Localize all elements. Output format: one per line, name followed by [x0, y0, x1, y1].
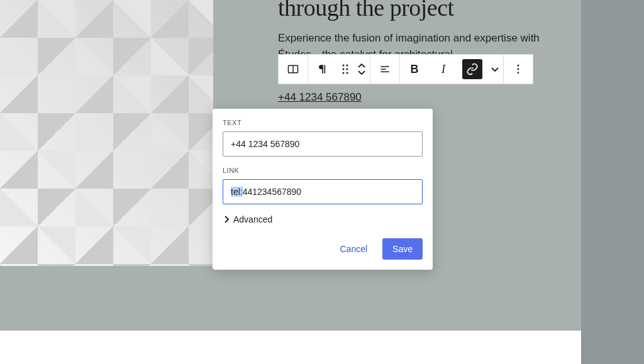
- link-input[interactable]: tel:441234567890: [223, 179, 423, 204]
- link-popover: TEXT LINK tel:441234567890 Advanced Canc…: [213, 109, 433, 270]
- svg-point-3: [347, 65, 348, 67]
- advanced-toggle[interactable]: Advanced: [224, 214, 423, 224]
- save-button[interactable]: Save: [382, 238, 423, 260]
- italic-button[interactable]: I: [429, 55, 458, 84]
- link-input-rest: 441234567890: [243, 187, 301, 197]
- chevron-down-icon: [491, 67, 499, 72]
- block-toolbar: B I: [278, 54, 533, 84]
- page-white-bottom: [0, 331, 581, 364]
- hero-image: [0, 0, 213, 266]
- advanced-label: Advanced: [233, 214, 272, 224]
- svg-point-5: [347, 69, 348, 70]
- svg-point-12: [518, 69, 519, 70]
- svg-point-4: [343, 69, 345, 70]
- svg-point-11: [518, 65, 519, 67]
- more-options-button[interactable]: [504, 55, 533, 84]
- svg-point-7: [347, 72, 348, 74]
- chevron-right-icon: [224, 216, 230, 223]
- italic-icon: I: [441, 63, 445, 76]
- phone-link[interactable]: +44 1234 567890: [278, 91, 362, 104]
- svg-point-13: [518, 72, 519, 74]
- cancel-button[interactable]: Cancel: [331, 238, 376, 260]
- drag-handle-button[interactable]: [337, 55, 353, 84]
- column-icon: [287, 63, 299, 75]
- text-input[interactable]: [223, 131, 423, 157]
- more-icon: [512, 63, 525, 75]
- link-input-selection: tel:: [231, 187, 243, 197]
- svg-point-6: [343, 72, 345, 74]
- move-buttons[interactable]: [353, 55, 370, 84]
- text-field-label: TEXT: [223, 119, 423, 126]
- popover-buttons: Cancel Save: [223, 238, 423, 260]
- page-heading: through the project: [278, 0, 454, 21]
- chevron-down-icon: [358, 70, 365, 75]
- chevron-up-icon: [358, 63, 365, 69]
- column-button[interactable]: [279, 55, 308, 84]
- drag-handle-icon: [341, 63, 350, 75]
- link-field-label: LINK: [223, 167, 423, 174]
- align-left-icon: [379, 63, 391, 75]
- right-background-strip: [581, 0, 644, 364]
- bold-button[interactable]: B: [400, 55, 429, 84]
- svg-point-2: [343, 65, 345, 67]
- paragraph-icon: [316, 63, 329, 75]
- paragraph-button[interactable]: [308, 55, 337, 84]
- link-button[interactable]: [462, 59, 482, 79]
- link-icon: [466, 63, 479, 75]
- bold-icon: B: [411, 63, 419, 76]
- align-button[interactable]: [370, 55, 399, 84]
- more-formatting-button[interactable]: [487, 55, 503, 84]
